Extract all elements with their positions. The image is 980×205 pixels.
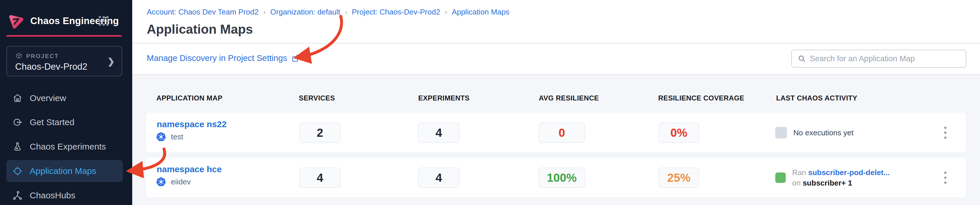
row-menu-kebab-icon[interactable]	[938, 158, 953, 198]
breadcrumb-separator: ›	[345, 8, 347, 16]
activity-on-label: on	[792, 178, 800, 187]
services-count: 2	[299, 123, 341, 143]
logo-row: Chaos Engineering	[8, 12, 125, 30]
sidebar-item-label: Overview	[30, 93, 66, 103]
kubernetes-icon	[156, 131, 166, 142]
table-row[interactable]: namespace ns22 test 2 4 0 0%	[146, 112, 966, 153]
map-subtitle-row: test	[156, 131, 183, 142]
project-name: Chaos-Dev-Prod2	[15, 62, 88, 72]
flask-icon	[12, 141, 23, 152]
sidebar-item-label: Chaos Experiments	[30, 142, 106, 151]
manage-discovery-label: Manage Discovery in Project Settings	[147, 54, 287, 63]
breadcrumb-separator: ›	[263, 8, 266, 16]
manage-discovery-link[interactable]: Manage Discovery in Project Settings	[147, 54, 300, 63]
services-count: 4	[299, 167, 341, 188]
activity-experiment-link[interactable]: subscriber-pod-delet...	[808, 168, 890, 177]
last-chaos-activity: Ran subscriber-pod-delet... on subscribe…	[775, 158, 890, 198]
kubernetes-icon	[156, 177, 166, 187]
resilience-coverage-value: 25%	[659, 167, 699, 188]
experiments-count: 4	[418, 123, 460, 143]
cube-icon	[15, 52, 23, 60]
external-link-icon	[291, 54, 300, 63]
col-avg-resilience: AVG RESILIENCE	[539, 94, 599, 102]
breadcrumb-project[interactable]: Project: Chaos-Dev-Prod2	[352, 8, 440, 17]
col-experiments: EXPERIMENTS	[418, 94, 469, 102]
last-chaos-activity: No executions yet	[775, 112, 854, 153]
application-map-link[interactable]: namespace ns22	[157, 119, 227, 129]
avg-resilience-value: 100%	[538, 167, 585, 188]
main-content: Account: Chaos Dev Team Prod2 › Organiza…	[132, 0, 980, 205]
row-menu-kebab-icon[interactable]	[938, 112, 953, 153]
chevron-right-icon: ❯	[107, 56, 115, 66]
activity-text: No executions yet	[793, 128, 854, 137]
sidebar: Chaos Engineering PROJECT Chaos-Dev-Prod…	[0, 0, 132, 205]
home-icon	[12, 93, 23, 103]
breadcrumb-separator: ›	[445, 8, 447, 16]
breadcrumb: Account: Chaos Dev Team Prod2 › Organiza…	[147, 8, 509, 17]
sidebar-item-chaoshubs[interactable]: ChaosHubs	[6, 184, 123, 205]
project-label: PROJECT	[26, 53, 59, 60]
hub-network-icon	[12, 190, 23, 201]
target-icon	[12, 166, 23, 176]
sidebar-item-chaos-experiments[interactable]: Chaos Experiments	[6, 136, 123, 158]
map-subtitle-row: eiidev	[156, 177, 191, 187]
table-header-row: APPLICATION MAP SERVICES EXPERIMENTS AVG…	[132, 94, 980, 103]
col-last-chaos-activity: LAST CHAOS ACTIVITY	[776, 94, 858, 102]
project-selector[interactable]: PROJECT Chaos-Dev-Prod2 ❯	[6, 46, 123, 76]
activity-ran-label: Ran	[792, 168, 806, 177]
sidebar-item-overview[interactable]: Overview	[6, 87, 123, 109]
search-input[interactable]	[810, 54, 960, 63]
resilience-coverage-value: 0%	[659, 123, 699, 143]
experiments-count: 4	[418, 167, 460, 188]
sidebar-item-get-started[interactable]: Get Started	[6, 111, 123, 133]
map-environment-label: test	[171, 132, 183, 141]
activity-status-swatch	[775, 172, 786, 183]
sidebar-item-label: Application Maps	[30, 166, 96, 176]
search-box	[791, 50, 966, 68]
activity-status-swatch	[775, 127, 787, 139]
get-started-icon	[12, 117, 23, 128]
search-icon	[798, 54, 806, 63]
application-maps-page: { "sidebar": { "app_title": "Chaos Engin…	[0, 0, 980, 205]
breadcrumb-organization[interactable]: Organization: default	[270, 8, 340, 17]
col-services: SERVICES	[299, 94, 335, 102]
application-map-link[interactable]: namespace hce	[157, 164, 222, 174]
avg-resilience-value: 0	[538, 123, 585, 143]
breadcrumb-current[interactable]: Application Maps	[452, 8, 509, 17]
table-row[interactable]: namespace hce eiidev 4 4 100% 25%	[146, 157, 966, 198]
toolbar: Manage Discovery in Project Settings	[132, 44, 980, 75]
page-title: Application Maps	[147, 22, 253, 36]
application-maps-table: APPLICATION MAP SERVICES EXPERIMENTS AVG…	[132, 75, 980, 205]
module-grid-icon[interactable]	[98, 15, 110, 27]
page-header: Account: Chaos Dev Team Prod2 › Organiza…	[132, 0, 980, 44]
sidebar-item-application-maps[interactable]: Application Maps	[6, 160, 123, 182]
harness-logo-icon	[8, 13, 24, 29]
col-application-map: APPLICATION MAP	[156, 94, 223, 102]
sidebar-item-label: ChaosHubs	[30, 191, 75, 200]
col-resilience-coverage: RESILIENCE COVERAGE	[658, 94, 745, 102]
breadcrumb-account[interactable]: Account: Chaos Dev Team Prod2	[147, 8, 259, 17]
map-environment-label: eiidev	[171, 177, 191, 186]
brand-divider	[6, 35, 122, 36]
sidebar-item-label: Get Started	[30, 117, 74, 127]
activity-target: subscriber+ 1	[803, 178, 852, 187]
